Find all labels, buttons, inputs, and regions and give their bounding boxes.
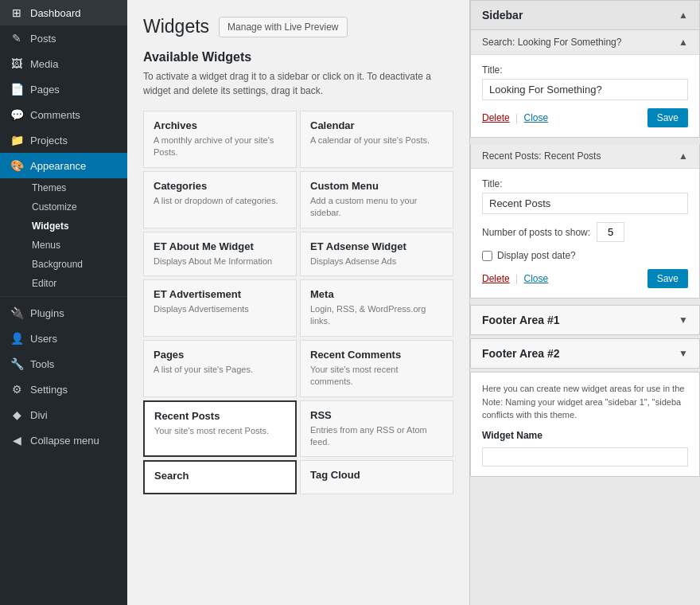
nav-label-posts: Posts [30,33,56,45]
widget-recent-posts[interactable]: Recent Posts Your site's most recent Pos… [143,400,297,458]
recent-posts-title-input[interactable] [482,193,688,214]
appearance-icon: 🎨 [10,159,24,172]
recent-posts-count-input[interactable] [597,222,624,242]
search-title-label: Title: [482,64,688,76]
collapse-icon: ◀ [10,434,24,447]
nav-item-collapse[interactable]: ◀ Collapse menu [0,427,127,453]
widget-recent-comments[interactable]: Recent Comments Your site's most recent … [300,340,453,397]
nav-item-divi[interactable]: ◆ Divi [0,402,127,427]
nav-label-pages: Pages [30,84,60,96]
widget-rss-name: RSS [310,409,443,421]
widget-categories-name: Categories [154,180,286,192]
nav-label-settings: Settings [30,384,68,396]
widgets-grid: Archives A monthly archive of your site'… [143,111,453,494]
widget-et-advertisement-name: ET Advertisement [154,288,286,300]
sidebar-info-text: Here you can create new widget areas for… [482,384,684,420]
search-close-link[interactable]: Close [524,112,549,123]
search-widget-collapse-icon: ▲ [679,37,688,48]
nav-label-tools: Tools [30,358,54,370]
nav-item-users[interactable]: 👤 Users [0,326,127,351]
nav-item-comments[interactable]: 💬 Comments [0,102,127,127]
nav-item-projects[interactable]: 📁 Projects [0,127,127,153]
nav-item-media[interactable]: 🖼 Media [0,51,127,76]
footer-area-2-label: Footer Area #2 [482,347,560,360]
search-widget-header-label: Search: Looking For Something? [482,37,621,48]
widget-tag-cloud[interactable]: Tag Cloud [300,460,453,494]
sidebar-widget-name-label: Widget Name [482,428,688,443]
nav-item-dashboard[interactable]: ⊞ Dashboard [0,0,127,25]
nav-label-divi: Divi [30,409,48,421]
sidebar-widget-name-input[interactable] [482,447,688,466]
widget-et-adsense[interactable]: ET Adsense Widget Displays Adsense Ads [300,232,453,276]
widget-et-advertisement[interactable]: ET Advertisement Displays Advertisements [143,279,297,337]
widget-pages-desc: A list of your site's Pages. [154,364,286,376]
recent-posts-close-link[interactable]: Close [524,273,549,284]
settings-icon: ⚙ [10,383,24,396]
widget-calendar-name: Calendar [310,119,443,131]
nav-item-settings[interactable]: ⚙ Settings [0,377,127,402]
widget-archives-name: Archives [154,119,286,131]
widget-meta[interactable]: Meta Login, RSS, & WordPress.org links. [300,279,453,337]
widget-meta-desc: Login, RSS, & WordPress.org links. [310,303,443,328]
widget-recent-comments-desc: Your site's most recent comments. [310,364,443,388]
widget-categories[interactable]: Categories A list or dropdown of categor… [143,171,297,228]
nav-label-collapse: Collapse menu [30,435,99,447]
search-delete-link[interactable]: Delete [482,112,510,123]
manage-live-preview-button[interactable]: Manage with Live Preview [219,17,347,37]
nav-item-themes[interactable]: Themes [22,178,127,197]
widget-pages[interactable]: Pages A list of your site's Pages. [143,340,297,397]
nav-item-menus[interactable]: Menus [22,236,127,255]
widget-recent-comments-name: Recent Comments [310,349,443,361]
footer-area-1: Footer Area #1 ▼ [470,305,700,335]
search-action-sep: | [515,112,518,123]
widget-archives[interactable]: Archives A monthly archive of your site'… [143,111,297,168]
widget-meta-name: Meta [310,288,443,300]
widget-et-about-me[interactable]: ET About Me Widget Displays About Me Inf… [143,232,297,276]
recent-posts-count-row: Number of posts to show: [482,222,688,242]
media-icon: 🖼 [10,57,24,70]
search-title-field-row: Title: [482,64,688,100]
widget-search[interactable]: Search [143,460,297,494]
nav-item-appearance[interactable]: 🎨 Appearance [0,153,127,178]
available-widgets-desc: To activate a widget drag it to a sideba… [143,69,453,98]
search-save-button[interactable]: Save [648,108,688,127]
nav-item-plugins[interactable]: 🔌 Plugins [0,300,127,326]
recent-posts-action-links: Delete | Close [482,273,548,284]
recent-posts-widget-collapse-icon: ▲ [679,150,688,162]
footer-area-1-header[interactable]: Footer Area #1 ▼ [471,306,699,334]
divi-icon: ◆ [10,408,24,421]
sidebar-section-header[interactable]: Sidebar ▲ [470,0,700,30]
widget-categories-desc: A list or dropdown of categories. [154,195,286,207]
recent-posts-save-button[interactable]: Save [648,269,688,288]
nav-item-tools[interactable]: 🔧 Tools [0,351,127,377]
search-title-input[interactable] [482,79,688,100]
recent-posts-widget-header-label: Recent Posts: Recent Posts [482,150,601,162]
sidebar-panel: Sidebar ▲ Search: Looking For Something?… [469,0,700,605]
widget-et-about-me-desc: Displays About Me Information [154,256,286,267]
widget-calendar-desc: A calendar of your site's Posts. [310,135,443,146]
admin-sidebar: ⊞ Dashboard ✎ Posts 🖼 Media 📄 Pages 💬 Co… [0,0,127,605]
nav-item-background[interactable]: Background [22,255,127,274]
nav-item-pages[interactable]: 📄 Pages [0,76,127,102]
nav-label-media: Media [30,58,58,70]
footer-area-2-header[interactable]: Footer Area #2 ▼ [471,339,699,368]
recent-posts-title-field-row: Title: [482,178,688,214]
nav-item-posts[interactable]: ✎ Posts [0,25,127,51]
widget-rss[interactable]: RSS Entries from any RSS or Atom feed. [300,400,453,458]
recent-posts-widget-header[interactable]: Recent Posts: Recent Posts ▲ [471,144,699,169]
widget-custom-menu[interactable]: Custom Menu Add a custom menu to your si… [300,171,453,228]
nav-item-editor[interactable]: Editor [22,274,127,293]
search-widget-actions: Delete | Close Save [482,108,688,127]
nav-submenu-appearance: Themes Customize Widgets Menus Backgroun… [0,178,127,293]
nav-label-menus: Menus [32,240,60,251]
search-widget-header[interactable]: Search: Looking For Something? ▲ [471,30,699,55]
recent-posts-date-checkbox[interactable] [482,251,492,261]
recent-posts-delete-link[interactable]: Delete [482,273,510,284]
nav-item-widgets[interactable]: Widgets [22,217,127,236]
available-widgets-title: Available Widgets [143,50,453,64]
nav-item-customize[interactable]: Customize [22,197,127,217]
nav-label-appearance: Appearance [30,160,86,172]
nav-label-customize: Customize [32,201,77,213]
widget-et-advertisement-desc: Displays Advertisements [154,303,286,315]
widget-calendar[interactable]: Calendar A calendar of your site's Posts… [300,111,453,168]
